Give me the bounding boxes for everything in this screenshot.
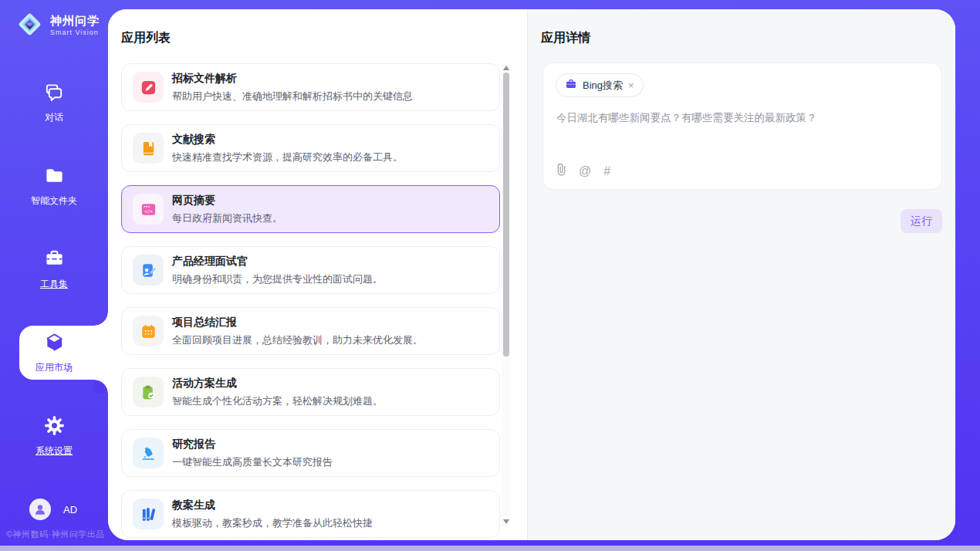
edit-document-icon	[133, 72, 164, 103]
app-desc: 快速精准查找学术资源，提高研究效率的必备工具。	[172, 150, 403, 164]
app-name: 网页摘要	[172, 194, 282, 208]
avatar	[29, 499, 51, 520]
app-card-literature-search[interactable]: 文献搜索 快速精准查找学术资源，提高研究效率的必备工具。	[121, 124, 500, 172]
prompt-toolbar: @ #	[556, 163, 610, 179]
sidebar-item-label: 应用市场	[35, 361, 73, 374]
prompt-card: Bing搜索 × 今日湖北有哪些新闻要点？有哪些需要关注的最新政策？ @ #	[542, 63, 942, 190]
webpage-code-icon: </>	[133, 194, 164, 225]
app-card-lesson-plan[interactable]: 教案生成 模板驱动，教案秒成，教学准备从此轻松快捷	[121, 490, 500, 538]
app-card-webpage-summary[interactable]: </> 网页摘要 每日政府新闻资讯快查。	[121, 185, 500, 233]
user-initials: AD	[63, 504, 77, 516]
sidebar-item-chat[interactable]: 对话	[0, 76, 108, 130]
sidebar-item-app-market[interactable]: 应用市场	[0, 326, 108, 380]
bubble-curve-top	[94, 312, 108, 326]
sidebar-item-label: 对话	[45, 111, 63, 124]
scrollbar-thumb[interactable]	[503, 73, 509, 357]
app-card-bid-analysis[interactable]: 招标文件解析 帮助用户快速、准确地理解和解析招标书中的关键信息	[121, 63, 500, 111]
toolbox-icon	[44, 248, 65, 272]
prompt-input[interactable]: 今日湖北有哪些新闻要点？有哪些需要关注的最新政策？	[556, 111, 929, 125]
clipboard-check-icon	[133, 377, 164, 407]
brand-title: 神州问学	[50, 15, 100, 28]
app-list-title: 应用列表	[121, 30, 171, 46]
gear-icon	[44, 415, 65, 439]
sidebar-item-label: 智能文件夹	[31, 194, 77, 208]
app-desc: 明确身份和职责，为您提供专业性的面试问题。	[172, 272, 383, 286]
app-name: 项目总结汇报	[172, 316, 423, 330]
mention-icon[interactable]: @	[579, 164, 591, 178]
folder-icon	[44, 165, 65, 189]
app-name: 文献搜索	[172, 133, 403, 147]
app-card-project-summary[interactable]: 项目总结汇报 全面回顾项目进展，总结经验教训，助力未来优化发展。	[121, 307, 500, 355]
app-list: 招标文件解析 帮助用户快速、准确地理解和解析招标书中的关键信息 文献搜索 快速精…	[121, 63, 500, 540]
diamond-logo-icon	[15, 10, 44, 42]
window-bottom-edge	[0, 546, 980, 551]
app-desc: 每日政府新闻资讯快查。	[172, 211, 282, 225]
sidebar-item-toolset[interactable]: 工具集	[0, 242, 108, 296]
scroll-down-icon[interactable]	[503, 519, 509, 524]
tool-chip-label: Bing搜索	[583, 79, 623, 93]
paperclip-icon[interactable]	[556, 163, 566, 179]
sidebar-item-settings[interactable]: 系统设置	[0, 409, 108, 463]
app-desc: 帮助用户快速、准确地理解和解析招标书中的关键信息	[172, 90, 413, 103]
main-panel: 应用列表 招标文件解析 帮助用户快速、准确地理解和解析招标书中的关键信息	[108, 9, 955, 540]
app-name: 研究报告	[172, 438, 333, 451]
bubble-curve-bottom	[94, 380, 108, 394]
sidebar-item-smart-folder[interactable]: 智能文件夹	[0, 159, 108, 213]
app-detail-title: 应用详情	[541, 30, 590, 46]
tool-chip-bing-search[interactable]: Bing搜索 ×	[556, 73, 644, 97]
scroll-up-icon[interactable]	[503, 66, 509, 70]
app-name: 教案生成	[172, 499, 373, 512]
app-desc: 模板驱动，教案秒成，教学准备从此轻松快捷	[172, 516, 373, 530]
ink-bottle-icon	[133, 438, 164, 468]
app-desc: 一键智能生成高质量长文本研究报告	[172, 455, 333, 469]
app-card-event-plan[interactable]: 活动方案生成 智能生成个性化活动方案，轻松解决规划难题。	[121, 368, 500, 416]
sidebar-item-label: 工具集	[40, 278, 68, 291]
app-desc: 智能生成个性化活动方案，轻松解决规划难题。	[172, 394, 383, 408]
app-list-section: 应用列表 招标文件解析 帮助用户快速、准确地理解和解析招标书中的关键信息	[108, 9, 527, 540]
brand-logo: 神州问学 Smart Vision	[15, 10, 100, 42]
briefcase-icon	[565, 78, 577, 93]
sidebar-item-label: 系统设置	[35, 445, 73, 458]
run-button[interactable]: 运行	[901, 209, 942, 233]
book-icon	[133, 133, 164, 164]
list-scrollbar[interactable]	[502, 63, 510, 526]
app-card-pm-interviewer[interactable]: 产品经理面试官 明确身份和职责，为您提供专业性的面试问题。	[121, 246, 500, 294]
app-desc: 全面回顾项目进展，总结经验教训，助力未来优化发展。	[172, 333, 423, 347]
svg-text:</>: </>	[144, 208, 153, 214]
close-icon[interactable]: ×	[628, 80, 634, 90]
calendar-icon	[133, 316, 164, 346]
brand-subtitle: Smart Vision	[50, 29, 100, 37]
interviewer-icon	[133, 255, 164, 286]
cube-icon	[44, 332, 65, 356]
chat-icon	[44, 82, 65, 106]
app-name: 产品经理面试官	[172, 255, 383, 269]
sidebar: 神州问学 Smart Vision 对话 智能文件夹	[0, 0, 108, 546]
app-name: 招标文件解析	[172, 72, 413, 86]
hash-icon[interactable]: #	[603, 164, 610, 178]
app-card-research-report[interactable]: 研究报告 一键智能生成高质量长文本研究报告	[121, 429, 500, 477]
app-detail-section: 应用详情 Bing搜索 × 今日湖北有哪些新闻要点？有哪些需要关注的最新政策？	[527, 9, 955, 540]
user-account[interactable]: AD	[29, 499, 77, 520]
copyright-footer: ©神州数码·神州问学出品	[6, 529, 105, 540]
books-icon	[133, 499, 164, 529]
app-name: 活动方案生成	[172, 377, 383, 390]
